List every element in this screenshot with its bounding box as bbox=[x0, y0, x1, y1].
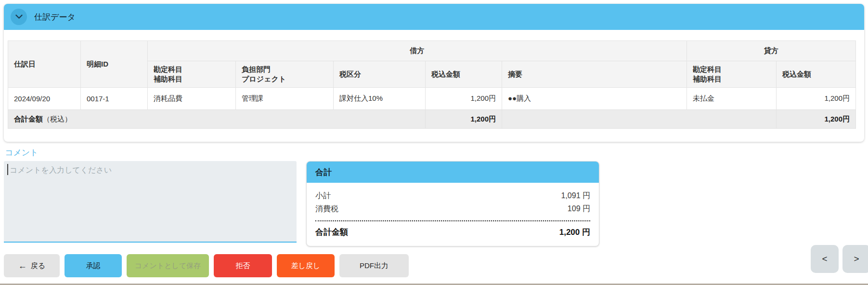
panel-title: 仕訳データ bbox=[34, 12, 76, 23]
cell-debit-amount: 1,200円 bbox=[426, 88, 502, 110]
totals-box-title: 合計 bbox=[307, 162, 599, 183]
cell-credit-total: 1,200円 bbox=[777, 110, 856, 129]
col-header-credit-amount: 税込金額 bbox=[777, 61, 856, 88]
comment-input[interactable] bbox=[4, 161, 297, 243]
chevron-right-icon: > bbox=[854, 254, 859, 264]
tax-row: 消費税 109 円 bbox=[315, 202, 590, 215]
cell-credit-account: 未払金 bbox=[687, 88, 777, 110]
col-header-detail-id: 明細ID bbox=[81, 41, 148, 88]
next-page-button[interactable]: > bbox=[842, 245, 868, 273]
back-arrow-icon: ← bbox=[18, 261, 27, 270]
totals-box: 合計 小計 1,091 円 消費税 109 円 合計金額 1,200 円 bbox=[306, 161, 599, 246]
save-as-comment-button[interactable]: コメントとして保存 bbox=[127, 254, 209, 277]
tax-label: 消費税 bbox=[315, 202, 338, 215]
back-button[interactable]: ← 戻る bbox=[4, 254, 60, 277]
previous-page-button[interactable]: < bbox=[811, 245, 839, 273]
cell-tax-class: 課対仕入10% bbox=[334, 88, 426, 110]
subtotal-label: 小計 bbox=[315, 189, 331, 202]
col-header-tax-class: 税区分 bbox=[334, 61, 426, 88]
action-button-bar: ← 戻る 承認 コメントとして保存 拒否 差し戻し PDF出力 bbox=[4, 254, 409, 277]
group-header-credit: 貸方 bbox=[687, 41, 856, 61]
col-header-journal-date: 仕訳日 bbox=[8, 41, 81, 88]
totals-box-body: 小計 1,091 円 消費税 109 円 合計金額 1,200 円 bbox=[307, 183, 599, 246]
chevron-down-icon bbox=[15, 14, 23, 21]
subtotal-row: 小計 1,091 円 bbox=[315, 189, 590, 202]
cell-total-label: 合計金額（税込） bbox=[8, 110, 426, 129]
table-row: 2024/09/20 0017-1 消耗品費 管理課 課対仕入10% 1,200… bbox=[8, 88, 856, 110]
cell-journal-date: 2024/09/20 bbox=[8, 88, 81, 110]
grand-total-label: 合計金額 bbox=[315, 226, 348, 239]
tax-value: 109 円 bbox=[568, 202, 590, 215]
chevron-left-icon: < bbox=[822, 254, 827, 264]
table-total-row: 合計金額（税込） 1,200円 1,200円 bbox=[8, 110, 856, 129]
cell-credit-amount: 1,200円 bbox=[777, 88, 856, 110]
col-header-summary: 摘要 bbox=[502, 61, 687, 88]
group-header-debit: 借方 bbox=[148, 41, 687, 61]
panel-header: 仕訳データ bbox=[4, 4, 864, 30]
cell-debit-total: 1,200円 bbox=[426, 110, 502, 129]
grand-total-value: 1,200 円 bbox=[559, 226, 590, 239]
cell-detail-id: 0017-1 bbox=[81, 88, 148, 110]
cell-debit-account: 消耗品費 bbox=[148, 88, 236, 110]
dotted-divider bbox=[315, 220, 590, 221]
grand-total-row: 合計金額 1,200 円 bbox=[315, 226, 590, 239]
reject-button[interactable]: 拒否 bbox=[214, 254, 272, 277]
cell-total-spacer bbox=[502, 110, 777, 129]
send-back-button[interactable]: 差し戻し bbox=[277, 254, 335, 277]
col-header-credit-account: 勘定科目 補助科目 bbox=[687, 61, 777, 88]
subtotal-value: 1,091 円 bbox=[561, 189, 590, 202]
pdf-export-button[interactable]: PDF出力 bbox=[339, 254, 409, 277]
journal-table: 仕訳日 明細ID 借方 貸方 勘定科目 補助科目 負担部門 プロジェクト 税区分… bbox=[8, 41, 856, 129]
col-header-debit-amount: 税込金額 bbox=[426, 61, 502, 88]
col-header-debit-account: 勘定科目 補助科目 bbox=[148, 61, 236, 88]
cell-department: 管理課 bbox=[236, 88, 334, 110]
journal-data-panel: 仕訳データ 仕訳日 明細ID 借方 貸方 勘定科目 補助科目 負担部門 プロジェ… bbox=[4, 4, 864, 142]
comment-label: コメント bbox=[5, 147, 39, 158]
cell-summary: ●●購入 bbox=[502, 88, 687, 110]
col-header-department: 負担部門 プロジェクト bbox=[236, 61, 334, 88]
collapse-toggle-button[interactable] bbox=[11, 9, 27, 25]
text-cursor bbox=[7, 164, 8, 175]
approve-button[interactable]: 承認 bbox=[65, 254, 122, 277]
